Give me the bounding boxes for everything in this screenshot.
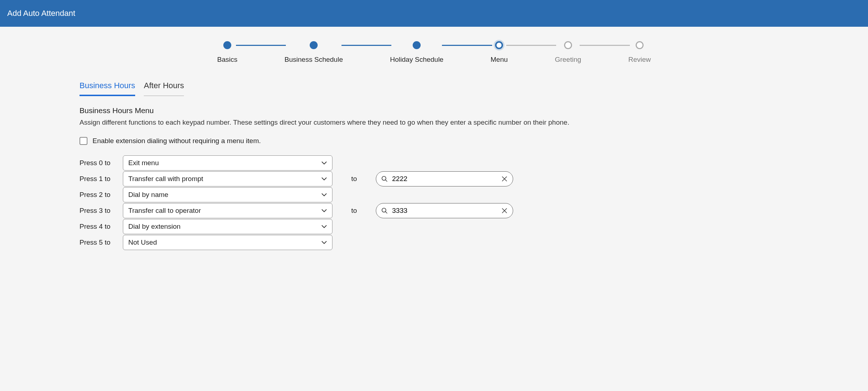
search-icon — [381, 176, 388, 182]
step-connector — [442, 45, 492, 46]
chevron-down-icon — [321, 176, 327, 182]
keypad-row-2: Press 2 to Dial by name — [80, 187, 788, 203]
step-circle-done-icon — [223, 41, 231, 49]
clear-button[interactable] — [501, 176, 508, 182]
extension-dialing-label: Enable extension dialing without requiri… — [93, 137, 261, 145]
svg-line-5 — [386, 212, 387, 213]
press-label: Press 1 to — [80, 175, 123, 183]
clear-button[interactable] — [501, 207, 508, 214]
press-label: Press 3 to — [80, 207, 123, 215]
chevron-down-icon — [321, 208, 327, 214]
select-value: Transfer call with prompt — [128, 175, 203, 183]
press-label: Press 5 to — [80, 239, 123, 246]
extension-dialing-option: Enable extension dialing without requiri… — [80, 137, 788, 145]
chevron-down-icon — [321, 240, 327, 245]
step-label: Greeting — [555, 56, 581, 64]
step-basics[interactable]: Basics — [217, 41, 237, 64]
step-label: Business Schedule — [284, 56, 343, 64]
action-select-1[interactable]: Transfer call with prompt — [123, 171, 332, 186]
tab-after-hours[interactable]: After Hours — [144, 78, 184, 96]
select-value: Not Used — [128, 239, 157, 246]
target-input-3[interactable] — [376, 203, 513, 218]
close-icon — [501, 176, 508, 182]
step-circle-pending-icon — [564, 41, 572, 49]
tab-business-hours[interactable]: Business Hours — [80, 78, 135, 96]
stepper: Basics Business Schedule Holiday Schedul… — [217, 27, 651, 71]
step-review[interactable]: Review — [628, 41, 651, 64]
close-icon — [501, 207, 508, 214]
select-value: Dial by extension — [128, 223, 181, 231]
chevron-down-icon — [321, 224, 327, 229]
section-description: Assign different functions to each keypa… — [80, 118, 788, 128]
step-label: Basics — [217, 56, 237, 64]
to-label: to — [332, 207, 376, 215]
action-select-2[interactable]: Dial by name — [123, 187, 332, 202]
action-select-3[interactable]: Transfer call to operator — [123, 203, 332, 218]
search-icon — [381, 207, 388, 214]
tab-label: Business Hours — [80, 81, 135, 90]
step-label: Holiday Schedule — [390, 56, 443, 64]
page-header: Add Auto Attendant — [0, 0, 868, 27]
step-circle-done-icon — [310, 41, 318, 49]
step-connector — [506, 45, 556, 46]
extension-dialing-checkbox[interactable] — [80, 137, 87, 145]
target-input-1[interactable] — [376, 171, 513, 186]
tab-label: After Hours — [144, 81, 184, 90]
to-label: to — [332, 175, 376, 183]
press-label: Press 2 to — [80, 191, 123, 199]
chevron-down-icon — [321, 160, 327, 166]
step-label: Review — [628, 56, 651, 64]
target-value[interactable] — [392, 207, 497, 215]
keypad-row-5: Press 5 to Not Used — [80, 235, 788, 250]
section-title: Business Hours Menu — [80, 106, 788, 115]
step-label: Menu — [491, 56, 508, 64]
step-holiday-schedule[interactable]: Holiday Schedule — [390, 41, 443, 64]
chevron-down-icon — [321, 192, 327, 198]
step-connector — [341, 45, 391, 46]
press-label: Press 0 to — [80, 159, 123, 167]
select-value: Exit menu — [128, 159, 159, 167]
keypad-menu-rows: Press 0 to Exit menu Press 1 to Transfer… — [80, 155, 788, 250]
step-menu[interactable]: Menu — [491, 41, 508, 64]
keypad-row-0: Press 0 to Exit menu — [80, 155, 788, 171]
select-value: Transfer call to operator — [128, 207, 201, 215]
svg-point-0 — [382, 176, 386, 180]
step-greeting[interactable]: Greeting — [555, 41, 581, 64]
action-select-0[interactable]: Exit menu — [123, 155, 332, 171]
page-title: Add Auto Attendant — [7, 9, 75, 18]
tabs: Business Hours After Hours — [80, 78, 788, 96]
step-connector — [580, 45, 629, 46]
target-value[interactable] — [392, 175, 497, 183]
action-select-4[interactable]: Dial by extension — [123, 219, 332, 234]
action-select-5[interactable]: Not Used — [123, 235, 332, 250]
select-value: Dial by name — [128, 191, 168, 199]
step-connector — [236, 45, 286, 46]
step-circle-active-icon — [495, 41, 503, 49]
press-label: Press 4 to — [80, 223, 123, 231]
keypad-row-3: Press 3 to Transfer call to operator to — [80, 203, 788, 219]
svg-line-1 — [386, 180, 387, 181]
keypad-row-4: Press 4 to Dial by extension — [80, 219, 788, 235]
step-business-schedule[interactable]: Business Schedule — [284, 41, 343, 64]
svg-point-4 — [382, 208, 386, 212]
main-content: Business Hours After Hours Business Hour… — [0, 71, 868, 265]
step-circle-done-icon — [413, 41, 421, 49]
step-circle-pending-icon — [636, 41, 644, 49]
keypad-row-1: Press 1 to Transfer call with prompt to — [80, 171, 788, 187]
